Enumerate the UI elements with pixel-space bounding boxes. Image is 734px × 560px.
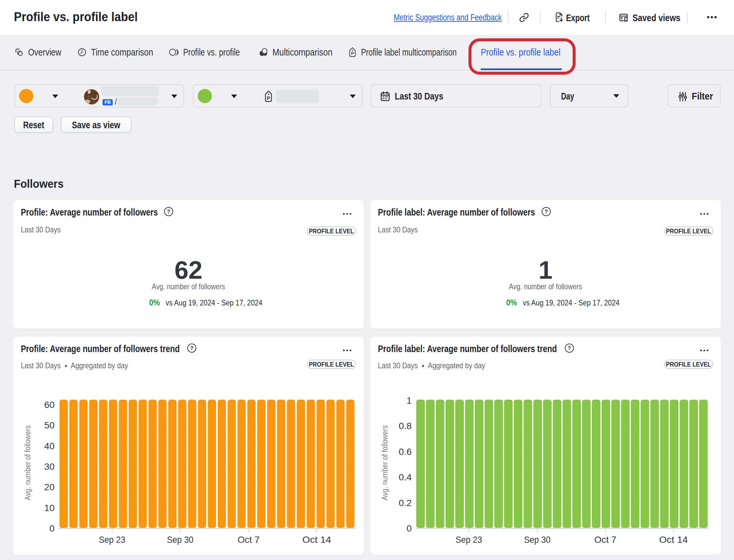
svg-text:1: 1 bbox=[406, 395, 412, 406]
svg-text:0.2: 0.2 bbox=[399, 498, 412, 508]
svg-text:Sep 23: Sep 23 bbox=[456, 535, 482, 545]
svg-text:Sep 30: Sep 30 bbox=[524, 535, 551, 545]
svg-text:Sep 30: Sep 30 bbox=[167, 535, 193, 545]
svg-text:0: 0 bbox=[49, 523, 55, 534]
svg-text:Oct 14: Oct 14 bbox=[659, 535, 688, 545]
svg-text:Oct 14: Oct 14 bbox=[303, 535, 331, 545]
svg-text:Sep 23: Sep 23 bbox=[99, 535, 125, 545]
svg-text:0: 0 bbox=[406, 523, 412, 534]
svg-text:20: 20 bbox=[44, 482, 55, 492]
svg-text:40: 40 bbox=[44, 441, 55, 451]
svg-text:0.4: 0.4 bbox=[399, 472, 412, 482]
svg-text:10: 10 bbox=[44, 503, 55, 513]
svg-text:Oct 7: Oct 7 bbox=[238, 535, 260, 545]
svg-text:P: P bbox=[267, 96, 270, 101]
svg-text:Avg. number of followers: Avg. number of followers bbox=[23, 425, 32, 500]
svg-text:60: 60 bbox=[44, 400, 55, 410]
svg-text:30: 30 bbox=[44, 461, 55, 472]
svg-text:Avg. number of followers: Avg. number of followers bbox=[381, 425, 389, 500]
svg-text:?: ? bbox=[545, 209, 548, 215]
svg-text:50: 50 bbox=[44, 420, 55, 430]
svg-text:P: P bbox=[351, 51, 354, 56]
svg-text:0.8: 0.8 bbox=[399, 421, 412, 431]
svg-text:0.6: 0.6 bbox=[399, 447, 412, 457]
svg-text:Oct 7: Oct 7 bbox=[594, 535, 617, 545]
svg-text:?: ? bbox=[167, 209, 170, 215]
